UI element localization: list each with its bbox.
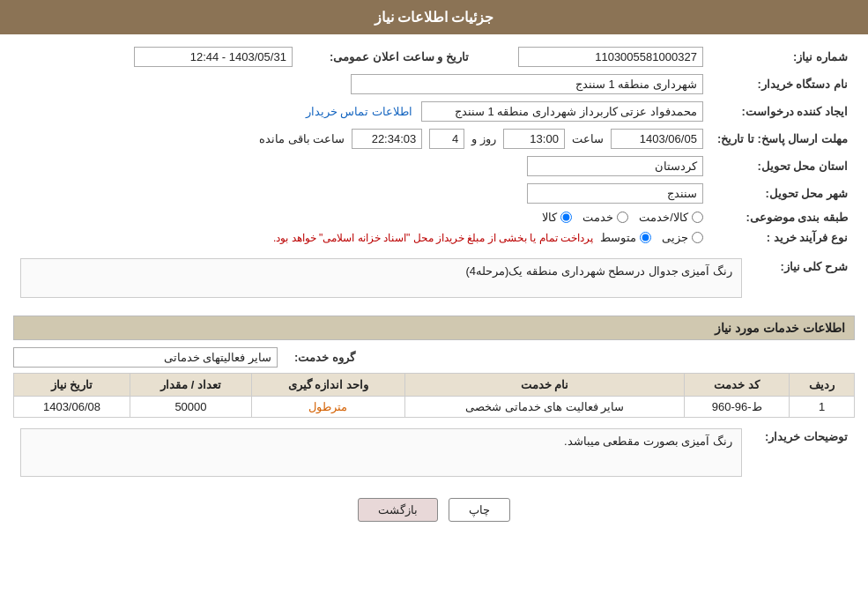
ostan-value: کردستان [13, 152, 710, 180]
page-header: جزئیات اطلاعات نیاز [0, 0, 868, 34]
col-tedad: تعداد / مقدار [130, 374, 251, 397]
cell-namKhedmat: سایر فعالیت های خدماتی شخصی [404, 397, 684, 418]
sharhKolli-box: رنگ آمیزی جدوال درسطح شهرداری منطقه یک(م… [20, 258, 742, 298]
noefarayand-option-motavaset: متوسط [600, 231, 651, 244]
ettelaatTamas-link[interactable]: اطلاعات تماس خریدار [306, 105, 412, 118]
gerohe-khedmat-row: گروه خدمت: سایر فعالیتهای خدماتی [13, 347, 855, 368]
geroheKhedmat-label: گروه خدمت: [285, 351, 355, 364]
noefarayand-label-motavaset: متوسط [600, 231, 636, 244]
mohlat-row: 1403/06/05 ساعت 13:00 روز و 4 22:34:03 س… [13, 125, 710, 152]
tabaqe-radio-khedmat[interactable] [617, 212, 628, 223]
sharhKolli-section: شرح کلی نیاز: رنگ آمیزی جدوال درسطح شهرد… [13, 255, 855, 307]
col-namKhedmat: نام خدمت [404, 374, 684, 397]
geroheKhedmat-value: سایر فعالیتهای خدماتی [13, 347, 278, 368]
shahr-input: سنندج [527, 183, 703, 204]
tabaqe-label-kala: کالا [542, 211, 557, 224]
saat-input: 13:00 [503, 129, 565, 149]
col-kodKhedmat: کد خدمت [685, 374, 790, 397]
tabaqe-label: طبقه بندی موضوعی: [710, 207, 855, 227]
cell-radif: 1 [790, 397, 855, 418]
page-title: جزئیات اطلاعات نیاز [375, 10, 494, 25]
noefarayand-radio-joze[interactable] [692, 232, 703, 243]
tosihKharidar-box: رنگ آمیزی بصورت مقطعی میباشد. [20, 428, 742, 477]
saat-label: ساعت [572, 132, 604, 145]
baqimande-input: 22:34:03 [352, 129, 422, 149]
tabaqe-options: کالا/خدمت خدمت کالا [13, 207, 710, 227]
tabaqe-option-kalaKhedmat: کالا/خدمت [639, 211, 703, 224]
cell-tarikh: 1403/06/08 [14, 397, 130, 418]
tarikhElan-value: 1403/05/31 - 12:44 [13, 43, 300, 71]
sharhKolli-value: رنگ آمیزی جدوال درسطح شهرداری منطقه یک(م… [13, 255, 749, 307]
shomareNiaz-value: 1103005581000327 [511, 43, 710, 71]
tabaqe-radio-group: کالا/خدمت خدمت کالا [20, 211, 703, 224]
col-tarikh: تاریخ نیاز [14, 374, 130, 397]
shomareNiaz-input: 1103005581000327 [518, 47, 703, 67]
tarikhElan-label: تاریخ و ساعت اعلان عمومی: [300, 43, 476, 71]
tabaqe-radio-kalaKhedmat[interactable] [692, 212, 703, 223]
col-vahed: واحد اندازه گیری [251, 374, 404, 397]
baqimande-label: ساعت باقی مانده [259, 132, 345, 145]
print-button[interactable]: چاپ [449, 498, 510, 522]
noefarayand-option-joze: جزیی [662, 231, 703, 244]
namDastgah-value: شهرداری منطقه 1 سنندج [13, 71, 710, 98]
sharhKolli-label: شرح کلی نیاز: [749, 255, 855, 307]
tabaqe-label-khedmat: خدمت [582, 211, 613, 224]
ijadKonande-value: محمدفواد عزتی کاربرداز شهرداری منطقه 1 س… [13, 98, 710, 125]
rooz-label: روز و [471, 132, 496, 145]
ijadKonande-input: محمدفواد عزتی کاربرداز شهرداری منطقه 1 س… [421, 101, 703, 122]
cell-vahed: مترطول [251, 397, 404, 418]
tosihKharidar-value: رنگ آمیزی بصورت مقطعی میباشد. [13, 425, 749, 486]
mohlatErsalPasokh-label: مهلت ارسال پاسخ: تا تاریخ: [710, 125, 855, 152]
col-radif: ردیف [790, 374, 855, 397]
form-section-top: شماره نیاز: 1103005581000327 تاریخ و ساع… [13, 43, 855, 248]
rooz-input: 4 [429, 129, 464, 149]
tosih-section: توضیحات خریدار: رنگ آمیزی بصورت مقطعی می… [13, 425, 855, 486]
ostan-label: استان محل تحویل: [710, 152, 855, 180]
tarikhElan-input: 1403/05/31 - 12:44 [134, 47, 293, 67]
namDastgah-input: شهرداری منطقه 1 سنندج [351, 74, 703, 94]
button-row: چاپ بازگشت [13, 498, 855, 522]
noefarayand-label-joze: جزیی [662, 231, 688, 244]
main-content: شماره نیاز: 1103005581000327 تاریخ و ساع… [0, 34, 868, 538]
back-button[interactable]: بازگشت [358, 498, 438, 522]
shomareNiaz-label: شماره نیاز: [710, 43, 855, 71]
noefarayand-note: پرداخت تمام یا بخشی از مبلغ خریداز محل "… [273, 232, 593, 244]
noefarayand-radio-motavaset[interactable] [640, 232, 651, 243]
cell-kodKhedmat: ط-96-960 [685, 397, 790, 418]
tabaqe-option-kala: کالا [542, 211, 572, 224]
page-wrapper: جزئیات اطلاعات نیاز شماره نیاز: 11030055… [0, 0, 868, 609]
tabaqe-label-kalaKhedmat: کالا/خدمت [639, 211, 688, 224]
noefarayand-radio-group: جزیی متوسط [600, 231, 703, 244]
noefarayand-label: نوع فرآیند خرید : [710, 227, 855, 248]
shahr-value: سنندج [13, 180, 710, 207]
noefarayand-row: جزیی متوسط پرداخت تمام یا بخشی از مبلغ خ… [13, 227, 710, 248]
tabaqe-option-khedmat: خدمت [582, 211, 628, 224]
tosihKharidar-text: رنگ آمیزی بصورت مقطعی میباشد. [564, 434, 732, 448]
cell-tedad: 50000 [130, 397, 251, 418]
ostan-input: کردستان [527, 156, 703, 176]
khadamat-section-title: اطلاعات خدمات مورد نیاز [13, 316, 855, 340]
tosihKharidar-label: توضیحات خریدار: [749, 425, 855, 486]
shahr-label: شهر محل تحویل: [710, 180, 855, 207]
khadamat-table: ردیف کد خدمت نام خدمت واحد اندازه گیری ت… [13, 373, 855, 418]
ijadKonande-label: ایجاد کننده درخواست: [710, 98, 855, 125]
namDastgah-label: نام دستگاه خریدار: [710, 71, 855, 98]
date-input: 1403/06/05 [611, 129, 703, 149]
tabaqe-radio-kala[interactable] [560, 212, 572, 223]
table-row: 1 ط-96-960 سایر فعالیت های خدماتی شخصی م… [14, 397, 855, 418]
